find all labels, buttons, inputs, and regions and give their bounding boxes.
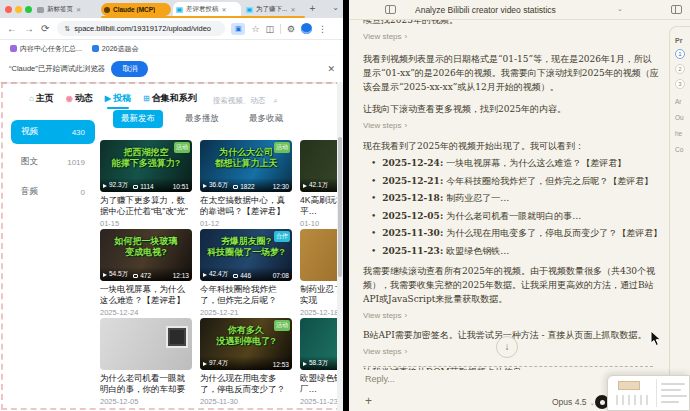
bullet-text: 为什么现在用电变多了，停电反而变少了？【差评君】 <box>446 226 659 241</box>
assistant-paragraph: 续查找2025年的视频。 <box>363 20 659 27</box>
video-card[interactable]: 为什么大公司都想让算力上天活动36.6万182212:30在太空搞数据中心，真的… <box>200 140 292 228</box>
bullet-text: 为什么老司机看一眼就明白的事… <box>446 209 581 224</box>
bullet-item: •2025-12-21:今年科技圈给我炸烂了，但炸完之后呢？【差评君】 <box>363 174 659 189</box>
steps-panel-heading: Pr <box>675 37 690 44</box>
tab-label: Claude (MCP) <box>113 6 155 13</box>
comments-count: 472 <box>140 272 151 279</box>
profile-avatar[interactable] <box>301 23 312 34</box>
extensions-icon[interactable]: ⚙ <box>287 24 295 34</box>
thumbnail-stats: 97.4万12:53 <box>200 356 292 370</box>
video-thumbnail[interactable]: 为什么大公司都想让算力上天活动36.6万182212:30 <box>200 140 292 192</box>
globe-favicon-icon <box>37 7 44 13</box>
url-text[interactable]: space.bilibili.com/19319172/upload/video <box>74 24 211 33</box>
view-steps-chevron-icon: › <box>405 311 408 320</box>
comment-icon <box>133 274 138 278</box>
back-icon[interactable]: ← <box>7 23 17 34</box>
views-count: 42.1万 <box>309 181 328 190</box>
sidebar-toggle-icon[interactable] <box>385 5 396 14</box>
steps-panel-toggle-icon[interactable] <box>671 5 682 14</box>
infobar-close-icon[interactable]: ✕ <box>327 64 335 74</box>
comments-stat: 1114 <box>133 183 154 190</box>
tab-close-icon[interactable]: ✕ <box>290 6 295 13</box>
new-tab-button[interactable]: + <box>306 3 319 16</box>
attach-plus-button[interactable]: + <box>365 394 372 408</box>
video-card[interactable]: 把西湖挖空能撑下多强算力?活动92.3万111410:51为了赚下更多算力，数据… <box>100 140 192 228</box>
chat-transcript: 续查找2025年的视频。View steps›我看到视频列表显示的日期格式是“0… <box>363 20 659 370</box>
reload-icon[interactable]: ⟳ <box>41 23 49 34</box>
bullet-date: 2025-12-05: <box>382 209 443 224</box>
side-panel-icon[interactable]: ◫ <box>265 24 274 34</box>
video-card[interactable]: 为什么老司机看一眼就明白的事，你的车却要开到跟前才急刹…2025-12-05 <box>100 318 192 406</box>
bullet-item: •2025-12-24:一块电视屏幕，为什么这么难造？【差评君】 <box>363 156 659 171</box>
views-stat: 42.1万 <box>303 181 328 190</box>
video-title[interactable]: 为什么老司机看一眼就明白的事，你的车却要开到跟前才急刹… <box>100 373 192 395</box>
view-steps-link[interactable]: View steps› <box>363 119 659 133</box>
view-steps-link[interactable]: View steps› <box>363 309 659 323</box>
tab-差评君投稿[interactable]: 差评君投稿✕ <box>173 2 241 17</box>
bullet-date: 2025-12-21: <box>382 174 443 189</box>
tab-Claude (MCP)[interactable]: Claude (MCP) <box>101 3 171 16</box>
play-icon <box>203 273 207 277</box>
pip-preview-window[interactable] <box>607 375 690 411</box>
thumbnail-text-line: 变成电视? <box>100 247 192 258</box>
comments-count: 1822 <box>240 183 254 190</box>
tab-media-icon[interactable]: ▣ <box>231 23 245 35</box>
play-icon <box>103 184 107 188</box>
step-number-1[interactable]: 1 <box>675 49 685 59</box>
close-window-button[interactable] <box>5 6 12 13</box>
panel-fragment-Ar: Ar <box>675 98 690 105</box>
video-thumbnail[interactable]: 夯爆朋友圈?科技圈做了一场梦?合作42.4万44607:08 <box>200 229 292 281</box>
maximize-window-button[interactable] <box>25 6 32 13</box>
step-number-2[interactable]: 2 <box>675 64 685 74</box>
video-thumbnail[interactable] <box>100 318 192 370</box>
video-card[interactable]: 夯爆朋友圈?科技圈做了一场梦?合作42.4万44607:08今年科技圈给我炸烂了… <box>200 229 292 317</box>
duration-label: 10:51 <box>173 183 189 190</box>
pip-thumbnail <box>618 381 640 390</box>
bookmark-2026选题会[interactable]: 2026选题会 <box>92 44 139 54</box>
title-chevron-icon[interactable]: ⌄ <box>617 5 623 13</box>
video-title[interactable]: 在太空搞数据中心，真的靠谱吗？【差评君】 <box>200 195 292 217</box>
video-title[interactable]: 为了赚下更多算力，数据中心正忙着“电”改“光”【差评君】 <box>100 195 192 217</box>
video-card[interactable]: 如何把一块玻璃变成电视?54.5万47212:13一块电视屏幕，为什么这么难造？… <box>100 229 192 317</box>
bookmark-star-icon[interactable]: ☆ <box>251 24 259 34</box>
bookmark-内容中心任务汇总...[interactable]: 内容中心任务汇总... <box>10 44 82 54</box>
play-icon <box>203 362 207 366</box>
tab-label: 为了赚下... <box>256 5 287 14</box>
views-stat: 58.3万 <box>303 359 328 368</box>
bookmark-label: 内容中心任务汇总... <box>20 44 82 54</box>
view-steps-label: View steps <box>363 311 402 320</box>
tab-close-icon[interactable]: ✕ <box>222 6 227 13</box>
thumbnail-text-line: 科技圈做了一场梦? <box>200 247 292 258</box>
model-selector[interactable]: Opus 4.5⌄ <box>552 397 595 407</box>
thumbnail-stats: 92.3万111410:51 <box>100 178 192 192</box>
scroll-to-bottom-button[interactable]: ↓ <box>496 336 518 358</box>
conversation-title[interactable]: Analyze Bilibili creator video statistic… <box>415 5 556 15</box>
tab-close-icon[interactable]: ✕ <box>76 6 81 13</box>
tab-新标签页[interactable]: 新标签页✕ <box>34 2 100 17</box>
tab-search-chevron-icon[interactable]: ⌄ <box>332 3 339 12</box>
video-card[interactable]: 你有多久没遇到停电了?活动97.4万12:53为什么现在用电变多了，停电反而变少… <box>200 318 292 406</box>
video-thumbnail[interactable]: 你有多久没遇到停电了?活动97.4万12:53 <box>200 318 292 370</box>
minimize-window-button[interactable] <box>15 6 22 13</box>
forward-icon[interactable]: → <box>24 23 34 34</box>
video-title[interactable]: 今年科技圈给我炸烂了，但炸完之后呢？【差评君】 <box>200 284 292 306</box>
step-number-3[interactable]: 3 <box>675 79 685 89</box>
thumbnail-stats: 54.5万47212:13 <box>100 267 192 281</box>
menu-kebab-icon[interactable]: ⋮ <box>318 24 327 34</box>
video-title[interactable]: 为什么现在用电变多了，停电反而变少了？【差评君】 <box>200 373 292 395</box>
play-icon <box>103 273 107 277</box>
browser-scrollbar[interactable] <box>337 82 343 411</box>
tab-label: 差评君投稿 <box>186 5 219 14</box>
video-title[interactable]: 一块电视屏幕，为什么这么难造？【差评君】 <box>100 284 192 306</box>
bullet-dot: • <box>371 191 376 206</box>
video-thumbnail[interactable]: 把西湖挖空能撑下多强算力?活动92.3万111410:51 <box>100 140 192 192</box>
cancel-button[interactable]: 取消 <box>111 61 148 77</box>
site-settings-icon[interactable]: ⇅ <box>64 25 70 33</box>
address-bar[interactable]: ⇅ space.bilibili.com/19319172/upload/vid… <box>57 21 225 36</box>
view-steps-link[interactable]: View steps› <box>363 30 659 44</box>
tab-为了赚下...[interactable]: 为了赚下...✕ <box>243 2 303 17</box>
video-thumbnail[interactable]: 如何把一块玻璃变成电视?54.5万47212:13 <box>100 229 192 281</box>
scrollbar-thumb[interactable] <box>338 137 342 277</box>
toolbar-divider <box>280 24 281 34</box>
reply-input[interactable]: Reply... <box>365 374 395 384</box>
